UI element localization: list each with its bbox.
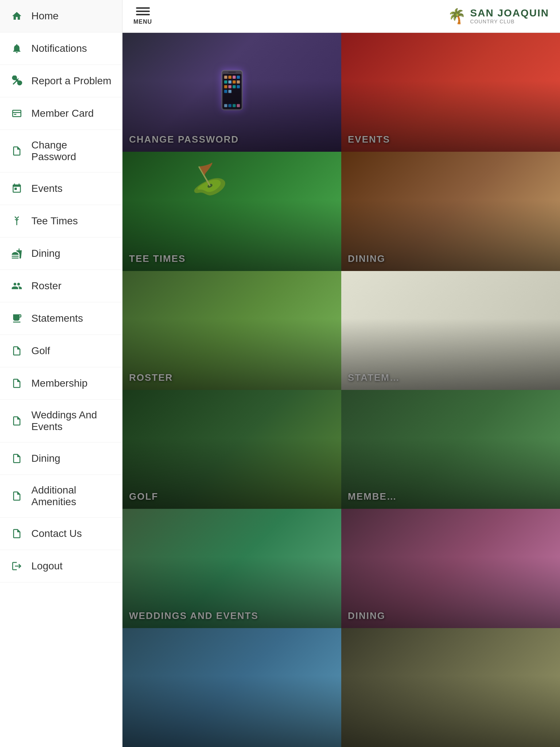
grid-label-dining2: DINING (348, 610, 385, 622)
roster-icon (10, 279, 23, 293)
sidebar-item-home[interactable]: Home (0, 0, 122, 32)
sidebar-item-change-password[interactable]: Change Password (0, 130, 122, 173)
grid-label-statements: STATEM… (348, 372, 400, 383)
sidebar-label-member-card: Member Card (31, 108, 94, 119)
membership-icon (10, 377, 23, 390)
grid-label-roster: ROSTER (129, 372, 173, 383)
grid-cell-contact[interactable] (341, 628, 560, 747)
golf-doc-icon (10, 344, 23, 357)
sidebar-label-membership: Membership (31, 378, 88, 389)
sidebar-item-logout[interactable]: Logout (0, 550, 122, 582)
sidebar-item-membership[interactable]: Membership (0, 367, 122, 400)
sidebar-label-notifications: Notifications (31, 43, 87, 54)
grid-cell-events[interactable]: EVENTS (341, 33, 560, 152)
menu-label: MENU (133, 19, 152, 25)
grid-label-tee-times: TEE TIMES (129, 253, 186, 264)
sidebar-label-contact: Contact Us (31, 528, 82, 539)
golf-tee-icon (10, 214, 23, 228)
content-grid: 📱 CHANGE PASSWORD EVENTS ⛳ TEE TIMES DIN… (122, 33, 560, 747)
grid-cell-roster[interactable]: ROSTER (122, 271, 341, 390)
brand-sub: COUNTRY CLUB (470, 19, 549, 24)
sidebar-item-amenities[interactable]: Additional Amenities (0, 475, 122, 518)
sidebar-label-dining2: Dining (31, 453, 60, 464)
grid-cell-statements[interactable]: STATEM… (341, 271, 560, 390)
logout-icon (10, 560, 23, 573)
brand-name: SAN JOAQUIN (470, 8, 549, 19)
grid-label-golf: GOLF (129, 491, 158, 502)
sidebar-item-contact[interactable]: Contact Us (0, 518, 122, 550)
sidebar-item-dining[interactable]: Dining (0, 237, 122, 270)
grid-cell-golf[interactable]: GOLF (122, 390, 341, 509)
grid-cell-dining1[interactable]: DINING (341, 152, 560, 271)
sidebar-label-dining: Dining (31, 248, 60, 259)
calendar-icon (10, 182, 23, 195)
phone-visual: 📱 (209, 69, 255, 112)
grid-label-dining1: DINING (348, 253, 385, 264)
brand: 🌴 SAN JOAQUIN COUNTRY CLUB (448, 8, 549, 25)
sidebar-label-tee-times: Tee Times (31, 215, 78, 227)
wrench-icon (10, 74, 23, 88)
sidebar-label-logout: Logout (31, 560, 63, 572)
brand-text: SAN JOAQUIN COUNTRY CLUB (470, 8, 549, 24)
statements-icon (10, 312, 23, 325)
sidebar-item-weddings[interactable]: Weddings And Events (0, 400, 122, 442)
contact-icon (10, 527, 23, 540)
grid-label-change-password: CHANGE PASSWORD (129, 134, 239, 145)
grid-label-weddings: WEDDINGS AND EVENTS (129, 610, 258, 622)
sidebar-label-change-password: Change Password (31, 139, 112, 163)
sidebar-label-weddings: Weddings And Events (31, 409, 112, 433)
grid-label-events: EVENTS (348, 134, 390, 145)
home-icon (10, 9, 23, 23)
brand-palm-icon: 🌴 (448, 8, 466, 25)
golf-club-visual: ⛳ (182, 157, 231, 205)
grid-cell-amenities[interactable] (122, 628, 341, 747)
amenities-bg (122, 628, 341, 747)
sidebar-label-statements: Statements (31, 313, 83, 324)
sidebar-label-report: Report a Problem (31, 75, 111, 87)
sidebar: Home Notifications Report a Problem Memb… (0, 0, 122, 747)
bell-icon (10, 42, 23, 55)
topbar: MENU 🌴 SAN JOAQUIN COUNTRY CLUB (122, 0, 560, 33)
menu-button[interactable]: MENU (133, 7, 152, 25)
sidebar-item-notifications[interactable]: Notifications (0, 32, 122, 65)
amenities-icon (10, 489, 23, 503)
hamburger-icon (136, 7, 150, 15)
sidebar-item-dining2[interactable]: Dining (0, 442, 122, 475)
sidebar-item-golf[interactable]: Golf (0, 335, 122, 367)
grid-cell-dining2[interactable]: DINING (341, 509, 560, 628)
doc-icon (10, 144, 23, 158)
contact-bg (341, 628, 560, 747)
sidebar-label-home: Home (31, 10, 59, 22)
grid-cell-membership[interactable]: MEMBE… (341, 390, 560, 509)
dining-icon (10, 247, 23, 260)
sidebar-label-golf: Golf (31, 345, 50, 357)
card-icon (10, 107, 23, 120)
sidebar-label-roster: Roster (31, 280, 61, 292)
sidebar-label-events: Events (31, 183, 63, 194)
sidebar-item-report[interactable]: Report a Problem (0, 65, 122, 97)
sidebar-item-events[interactable]: Events (0, 173, 122, 205)
grid-cell-change-password[interactable]: 📱 CHANGE PASSWORD (122, 33, 341, 152)
main-panel: MENU 🌴 SAN JOAQUIN COUNTRY CLUB 📱 CHANGE… (122, 0, 560, 747)
sidebar-label-amenities: Additional Amenities (31, 484, 112, 508)
sidebar-item-statements[interactable]: Statements (0, 302, 122, 335)
grid-cell-tee-times[interactable]: ⛳ TEE TIMES (122, 152, 341, 271)
sidebar-item-tee-times[interactable]: Tee Times (0, 205, 122, 237)
grid-label-membership: MEMBE… (348, 491, 397, 502)
dining2-icon (10, 452, 23, 465)
sidebar-item-roster[interactable]: Roster (0, 270, 122, 302)
grid-cell-weddings[interactable]: WEDDINGS AND EVENTS (122, 509, 341, 628)
weddings-icon (10, 414, 23, 427)
sidebar-item-member-card[interactable]: Member Card (0, 97, 122, 130)
